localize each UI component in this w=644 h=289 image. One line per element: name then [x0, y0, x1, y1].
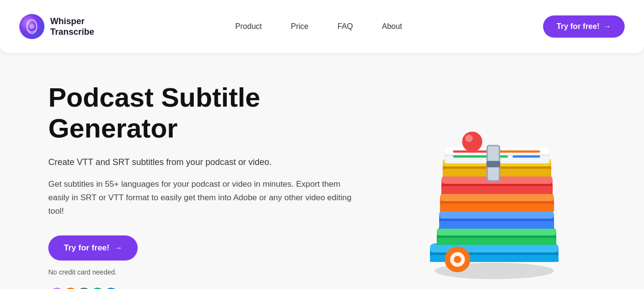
nav-about[interactable]: About	[382, 22, 402, 30]
hero-subtitle2: Get subtitles in 55+ languages for your …	[48, 178, 358, 218]
avatar-3	[75, 287, 93, 289]
svg-rect-35	[440, 193, 554, 201]
svg-point-25	[454, 256, 461, 263]
svg-point-54	[462, 132, 483, 152]
svg-point-55	[465, 135, 472, 142]
svg-rect-53	[513, 155, 540, 158]
avatar-2	[62, 287, 79, 289]
svg-rect-58	[487, 161, 501, 167]
nav-faq[interactable]: FAQ	[337, 22, 353, 30]
social-proof: ★★★★★ Trusted by 12,700+ customers	[48, 287, 358, 289]
avatars	[48, 287, 120, 289]
logo-link[interactable]: Whisper Transcribe	[19, 14, 94, 39]
logo-icon	[19, 14, 44, 39]
hero-section: Podcast Subtitle Generator Create VTT an…	[0, 53, 644, 289]
nav-price[interactable]: Price	[291, 22, 308, 30]
svg-rect-51	[494, 151, 540, 153]
svg-rect-37	[440, 204, 554, 211]
stack-svg	[402, 101, 586, 285]
avatar-5	[102, 287, 120, 289]
svg-rect-29	[437, 238, 556, 245]
nav-cta-button[interactable]: Try for free! →	[543, 15, 625, 38]
hero-subtitle1: Create VTT and SRT subtitles from your p…	[48, 156, 358, 169]
hero-content: Podcast Subtitle Generator Create VTT an…	[48, 82, 358, 289]
svg-rect-31	[439, 210, 554, 219]
svg-point-2	[29, 24, 34, 29]
svg-rect-41	[442, 186, 553, 194]
no-credit-text: No credit card needed.	[48, 268, 358, 276]
hero-illustration	[393, 101, 596, 285]
hero-cta-button[interactable]: Try for free! →	[48, 235, 138, 261]
avatar-4	[89, 287, 106, 289]
svg-rect-33	[439, 221, 554, 229]
nav-product[interactable]: Product	[235, 22, 262, 30]
avatar-1	[48, 287, 66, 289]
stack-image	[402, 101, 586, 285]
nav-links: Product Price FAQ About	[235, 22, 402, 31]
hero-title: Podcast Subtitle Generator	[48, 82, 358, 144]
logo-text: Whisper Transcribe	[50, 16, 94, 38]
navbar: Whisper Transcribe Product Price FAQ Abo…	[0, 0, 644, 53]
